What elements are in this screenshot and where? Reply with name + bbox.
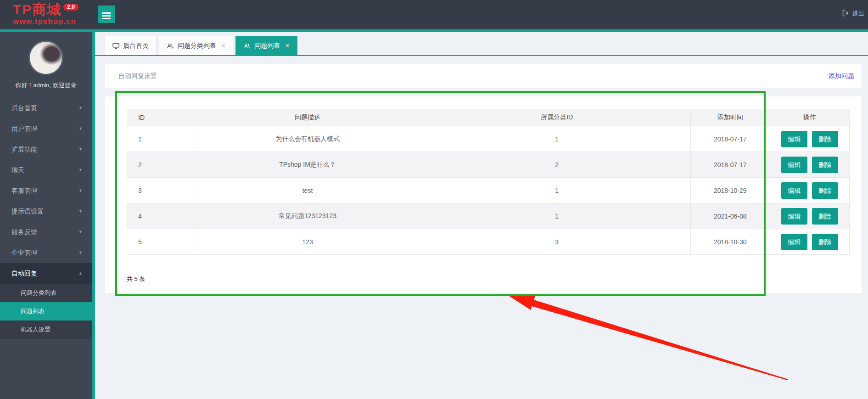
sidebar-menu-item-label: 服务反馈 — [11, 228, 37, 236]
content: 自动回复设置 添加问题 ID 问题描述 所属分类ID 添加时间 — [95, 56, 868, 293]
column-header-id: ID — [127, 109, 192, 126]
sidebar-menu-item-label: 提示语设置 — [11, 208, 44, 215]
chevron-icon — [78, 180, 83, 201]
logo-title: TP商城 — [13, 2, 62, 17]
column-header-actions: 操作 — [770, 109, 849, 126]
sidebar-menu-item[interactable]: 企业管理 — [0, 242, 92, 263]
cell-actions: 编辑 删除 — [770, 126, 849, 152]
chevron-icon — [78, 222, 83, 242]
sidebar-menu-item[interactable]: 提示语设置 — [0, 201, 92, 222]
sidebar-menu-item[interactable]: 用户管理 — [0, 118, 92, 139]
tab[interactable]: 问题分类列表 × — [159, 36, 233, 55]
close-icon[interactable]: × — [285, 42, 289, 50]
cell-actions: 编辑 删除 — [770, 152, 849, 178]
tab-label: 问题列表 — [254, 42, 280, 50]
cell-date: 2018-07-17 — [690, 152, 770, 178]
delete-button[interactable]: 删除 — [812, 182, 838, 199]
table-card: ID 问题描述 所属分类ID 添加时间 操作 1 为什么会有机器人模式 1 — [105, 96, 862, 293]
chevron-icon — [78, 139, 83, 160]
cell-date: 2018-10-29 — [690, 178, 770, 203]
cell-id: 5 — [127, 229, 192, 255]
tab-label: 问题分类列表 — [178, 42, 216, 50]
total-count-label: 共 5 条 — [127, 275, 850, 283]
logo-url: www.tpshop.cn — [13, 17, 78, 26]
chevron-icon — [78, 118, 83, 139]
sidebar-submenu-item-label: 问题分类列表 — [21, 289, 56, 296]
panel-title: 自动回复设置 — [118, 72, 157, 80]
sidebar-submenu-item[interactable]: 机器人设置 — [0, 320, 92, 339]
logout-button[interactable]: 退出 — [842, 10, 864, 18]
cell-id: 3 — [127, 178, 192, 203]
sidebar-menu-item[interactable]: 自动回复 — [0, 263, 92, 284]
delete-button[interactable]: 删除 — [812, 131, 838, 147]
cell-desc: 123 — [192, 229, 423, 255]
sidebar-menu-item[interactable]: 扩展功能 — [0, 139, 92, 160]
avatar — [28, 40, 63, 75]
column-header-date: 添加时间 — [690, 109, 770, 126]
close-icon[interactable]: × — [221, 42, 225, 50]
tab-bar: 后台首页 × 问题分类列表 × — [95, 32, 868, 56]
top-header-bar: TP商城2.0 www.tpshop.cn 退出 — [0, 0, 868, 29]
cell-id: 1 — [127, 126, 192, 152]
sidebar-menu-item[interactable]: 聊天 — [0, 160, 92, 180]
cell-date: 2018-10-30 — [690, 229, 770, 255]
panel-header-card: 自动回复设置 添加问题 — [105, 64, 862, 88]
cell-actions: 编辑 删除 — [770, 229, 849, 255]
chevron-icon — [78, 263, 83, 284]
cell-category: 1 — [423, 126, 690, 152]
chevron-icon — [78, 160, 83, 180]
logout-label: 退出 — [852, 10, 864, 18]
chevron-icon — [78, 242, 83, 263]
table-row: 2 TPshop IM是什么？ 2 2018-07-17 编辑 删除 — [127, 152, 850, 178]
sidebar-menu-item[interactable]: 后台首页 — [0, 98, 92, 118]
chevron-icon — [78, 98, 83, 118]
delete-button[interactable]: 删除 — [812, 234, 838, 250]
app-root: TP商城2.0 www.tpshop.cn 退出 你好！admin, 欢迎登录 … — [0, 0, 868, 399]
hamburger-icon — [102, 12, 111, 14]
sidebar-menu-item-label: 企业管理 — [11, 249, 37, 256]
delete-button[interactable]: 删除 — [812, 208, 838, 225]
table-header-row: ID 问题描述 所属分类ID 添加时间 操作 — [127, 109, 850, 126]
chevron-icon — [78, 201, 83, 222]
cell-category: 1 — [423, 203, 690, 229]
greeting-text: 你好！admin, 欢迎登录 — [0, 81, 92, 90]
sidebar-submenu-item[interactable]: 问题分类列表 — [0, 284, 92, 302]
tab[interactable]: 问题列表 × — [235, 36, 297, 55]
logo-version-badge: 2.0 — [63, 4, 78, 11]
sidebar-menu-item[interactable]: 服务反馈 — [0, 222, 92, 242]
edit-button[interactable]: 编辑 — [781, 234, 807, 250]
sidebar-submenu: 问题分类列表 问题列表 机器人设置 — [0, 284, 92, 339]
column-header-category: 所属分类ID — [423, 109, 690, 126]
cell-id: 4 — [127, 203, 192, 229]
cell-desc: 为什么会有机器人模式 — [192, 126, 423, 152]
sidebar-menu-item-label: 后台首页 — [11, 104, 37, 112]
tab[interactable]: 后台首页 × — [105, 36, 157, 55]
cell-date: 2018-07-17 — [690, 126, 770, 152]
question-table: ID 问题描述 所属分类ID 添加时间 操作 1 为什么会有机器人模式 1 — [127, 109, 850, 255]
delete-button[interactable]: 删除 — [812, 157, 838, 173]
table-row: 4 常见问题123123123 1 2021-06-08 编辑 删除 — [127, 203, 850, 229]
sidebar-menu-item-label: 扩展功能 — [11, 146, 37, 153]
edit-button[interactable]: 编辑 — [781, 208, 807, 225]
sidebar-toggle-button[interactable] — [98, 6, 115, 23]
sidebar-submenu-item-label: 机器人设置 — [21, 326, 50, 333]
table-row: 5 123 3 2018-10-30 编辑 删除 — [127, 229, 850, 255]
sidebar-menu-item-label: 聊天 — [11, 166, 24, 174]
sidebar: 你好！admin, 欢迎登录 后台首页 用户管理 扩展功能 聊天 客服管理 — [0, 32, 92, 399]
sidebar-menu-item[interactable]: 客服管理 — [0, 180, 92, 201]
edit-button[interactable]: 编辑 — [781, 131, 807, 147]
sidebar-menu-item-label: 自动回复 — [11, 270, 37, 277]
header-accent-strip — [0, 29, 868, 32]
cell-desc: 常见问题123123123 — [192, 203, 423, 229]
sidebar-submenu-item[interactable]: 问题列表 — [0, 302, 92, 320]
cell-date: 2021-06-08 — [690, 203, 770, 229]
people-icon — [167, 43, 174, 49]
tab-label: 后台首页 — [123, 42, 149, 50]
edit-button[interactable]: 编辑 — [781, 157, 807, 173]
cell-desc: test — [192, 178, 423, 203]
table-row: 1 为什么会有机器人模式 1 2018-07-17 编辑 删除 — [127, 126, 850, 152]
monitor-icon — [112, 43, 119, 49]
cell-actions: 编辑 删除 — [770, 178, 849, 203]
edit-button[interactable]: 编辑 — [781, 182, 807, 199]
add-question-link[interactable]: 添加问题 — [829, 72, 854, 80]
